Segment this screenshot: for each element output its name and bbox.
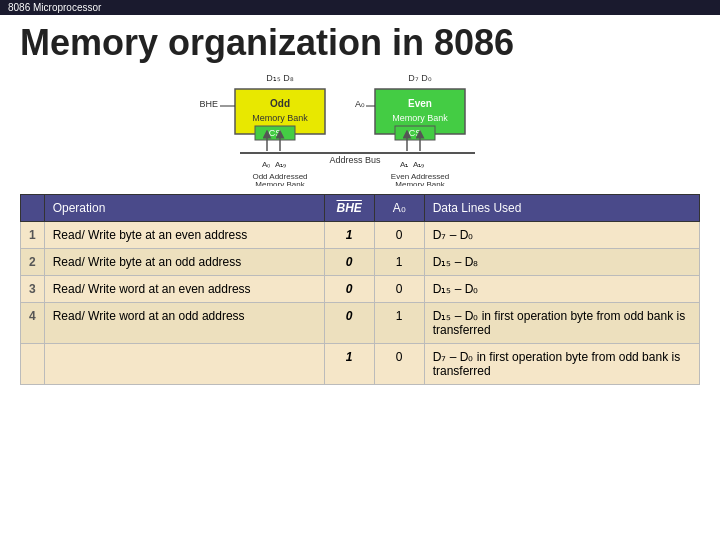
table-row: 4Read/ Write word at an odd address01D₁₅… <box>21 302 700 343</box>
row-bhe: 1 <box>324 343 374 384</box>
header-num <box>21 194 45 221</box>
svg-text:A₁₉: A₁₉ <box>413 160 424 169</box>
row-a0: 1 <box>374 248 424 275</box>
row-number: 1 <box>21 221 45 248</box>
bhe-label: BHE <box>337 201 362 215</box>
svg-text:Even: Even <box>408 98 432 109</box>
row-a0: 0 <box>374 275 424 302</box>
page-title: Memory organization in 8086 <box>20 23 700 63</box>
svg-text:Memory Bank: Memory Bank <box>252 113 308 123</box>
header-operation: Operation <box>44 194 324 221</box>
row-data-lines: D₁₅ – D₈ <box>424 248 699 275</box>
row-number: 4 <box>21 302 45 343</box>
row-bhe: 0 <box>324 248 374 275</box>
table-row: 1Read/ Write byte at an even address10D₇… <box>21 221 700 248</box>
header-data-lines: Data Lines Used <box>424 194 699 221</box>
row-number: 3 <box>21 275 45 302</box>
row-data-lines: D₇ – D₀ <box>424 221 699 248</box>
svg-text:Address Bus: Address Bus <box>329 155 381 165</box>
svg-text:Memory Bank: Memory Bank <box>392 113 448 123</box>
svg-text:Memory Bank: Memory Bank <box>255 180 305 186</box>
row-operation: Read/ Write word at an odd address <box>44 302 324 343</box>
row-a0: 0 <box>374 343 424 384</box>
row-bhe: 0 <box>324 302 374 343</box>
svg-text:A₁: A₁ <box>400 160 408 169</box>
memory-diagram: D₁₅ D₈ D₇ D₀ Odd Memory Bank Even Memory… <box>200 71 520 186</box>
row-a0: 1 <box>374 302 424 343</box>
svg-text:A₀: A₀ <box>262 160 270 169</box>
table-row: 3Read/ Write word at an even address00D₁… <box>21 275 700 302</box>
svg-text:D₇  D₀: D₇ D₀ <box>408 73 432 83</box>
svg-text:Memory Bank: Memory Bank <box>395 180 445 186</box>
row-bhe: 0 <box>324 275 374 302</box>
svg-text:A₀: A₀ <box>355 99 365 109</box>
row-data-lines: D₁₅ – D₀ in first operation byte from od… <box>424 302 699 343</box>
top-bar: 8086 Microprocessor <box>0 0 720 15</box>
diagram-area: D₁₅ D₈ D₇ D₀ Odd Memory Bank Even Memory… <box>0 67 720 194</box>
row-a0: 0 <box>374 221 424 248</box>
operations-table: Operation BHE A₀ Data Lines Used 1Read/ … <box>20 194 700 385</box>
row-number <box>21 343 45 384</box>
row-data-lines: D₇ – D₀ in first operation byte from odd… <box>424 343 699 384</box>
svg-text:D₁₅ D₈: D₁₅ D₈ <box>266 73 294 83</box>
row-number: 2 <box>21 248 45 275</box>
row-operation: Read/ Write word at an even address <box>44 275 324 302</box>
header-a0: A₀ <box>374 194 424 221</box>
header-bhe: BHE <box>324 194 374 221</box>
row-operation: Read/ Write byte at an odd address <box>44 248 324 275</box>
row-data-lines: D₁₅ – D₀ <box>424 275 699 302</box>
svg-text:A₁₉: A₁₉ <box>275 160 286 169</box>
row-operation: Read/ Write byte at an even address <box>44 221 324 248</box>
table-header-row: Operation BHE A₀ Data Lines Used <box>21 194 700 221</box>
app-label: 8086 Microprocessor <box>8 2 101 13</box>
row-bhe: 1 <box>324 221 374 248</box>
table-container: Operation BHE A₀ Data Lines Used 1Read/ … <box>0 194 720 385</box>
svg-text:Odd: Odd <box>270 98 290 109</box>
row-operation <box>44 343 324 384</box>
svg-text:BHE: BHE <box>200 99 218 109</box>
table-row: 10D₇ – D₀ in first operation byte from o… <box>21 343 700 384</box>
title-area: Memory organization in 8086 <box>0 15 720 67</box>
table-row: 2Read/ Write byte at an odd address01D₁₅… <box>21 248 700 275</box>
